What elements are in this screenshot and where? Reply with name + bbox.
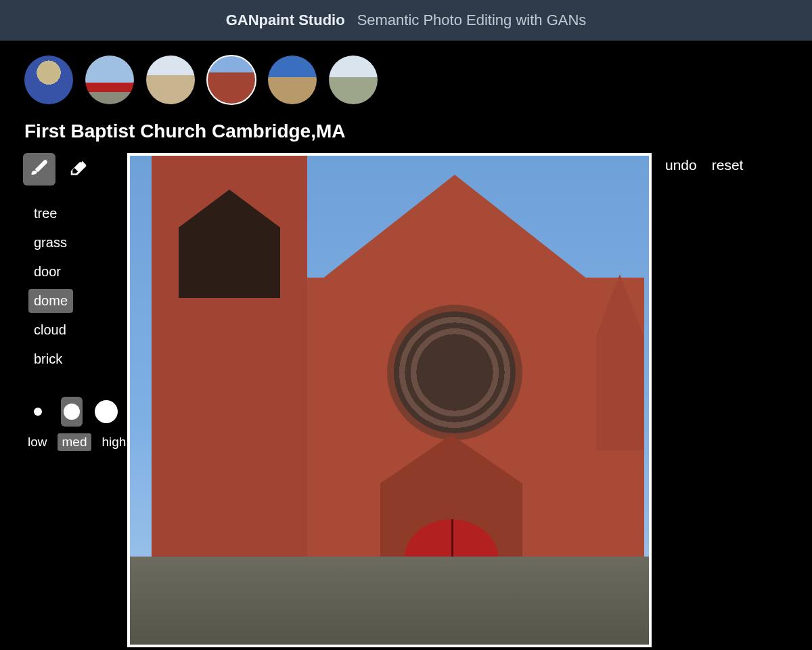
brush-dot-high-icon: [95, 400, 118, 423]
brush-label-med[interactable]: med: [58, 433, 92, 451]
thumbnail-5[interactable]: [268, 56, 317, 104]
app-subtitle: Semantic Photo Editing with GANs: [357, 12, 587, 29]
undo-button[interactable]: undo: [665, 157, 697, 647]
brush-size-high[interactable]: [95, 397, 118, 427]
canvas-scene-rose-window: [387, 305, 522, 440]
thumbnail-4[interactable]: [207, 56, 256, 104]
brush-size-med[interactable]: [61, 397, 83, 427]
image-title: First Baptist Church Cambridge,MA: [0, 110, 812, 152]
brush-icon: [29, 158, 49, 181]
tool-panel: tree grass door dome cloud brick low med…: [16, 152, 125, 647]
thumbnail-6[interactable]: [329, 56, 378, 104]
brush-label-high[interactable]: high: [97, 433, 131, 451]
brush-size-low[interactable]: [27, 397, 49, 427]
canvas-scene-tower: [152, 153, 307, 616]
brush-size-row: [27, 397, 118, 427]
semantic-item-grass[interactable]: grass: [28, 231, 72, 255]
semantic-item-cloud[interactable]: cloud: [28, 318, 72, 342]
semantic-item-tree[interactable]: tree: [28, 202, 69, 225]
tool-mode-row: [23, 153, 118, 186]
semantic-item-brick[interactable]: brick: [28, 347, 69, 371]
canvas-actions: undo reset: [652, 152, 743, 647]
editing-canvas[interactable]: [127, 153, 652, 647]
thumbnail-3[interactable]: [146, 56, 195, 104]
brush-label-low[interactable]: low: [23, 433, 52, 451]
canvas-scene-ground: [130, 557, 649, 645]
reset-button[interactable]: reset: [712, 157, 744, 647]
app-title: GANpaint Studio: [226, 12, 345, 29]
thumbnail-strip: [0, 41, 812, 110]
brush-dot-low-icon: [34, 408, 42, 416]
brush-tool-button[interactable]: [23, 153, 55, 186]
brush-dot-med-icon: [64, 404, 80, 420]
semantic-item-dome[interactable]: dome: [28, 289, 73, 313]
semantic-item-door[interactable]: door: [28, 260, 69, 284]
brush-size-labels: low med high: [23, 433, 118, 451]
app-header: GANpaint Studio Semantic Photo Editing w…: [0, 0, 812, 41]
canvas-area: [127, 152, 652, 647]
semantic-category-list: tree grass door dome cloud brick: [28, 199, 118, 374]
eraser-icon: [68, 158, 89, 181]
eraser-tool-button[interactable]: [62, 153, 95, 186]
workspace: tree grass door dome cloud brick low med…: [0, 152, 812, 647]
thumbnail-1[interactable]: [24, 56, 73, 104]
thumbnail-2[interactable]: [85, 56, 134, 104]
